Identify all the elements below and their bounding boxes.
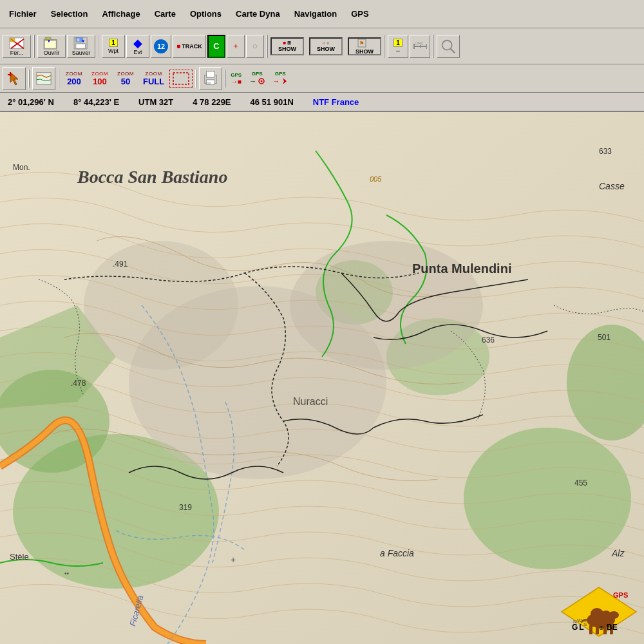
zoom-200[interactable]: ZOOM 200 (62, 67, 86, 90)
search-button[interactable] (437, 35, 460, 58)
svg-text:Casse: Casse (599, 181, 625, 191)
svg-rect-12 (77, 38, 80, 41)
number12-button[interactable]: 12 (151, 35, 171, 58)
svg-rect-27 (173, 73, 189, 84)
cursor-button[interactable] (3, 67, 26, 90)
svg-point-21 (442, 40, 452, 50)
toolbar2: ZOOM 200 ZOOM 100 ZOOM 50 ZOOM FULL ⊞ GP… (0, 64, 644, 93)
svg-text:▼: ▼ (81, 39, 85, 43)
svg-text:GPS: GPS (613, 591, 628, 599)
circle-button[interactable]: ○ (246, 35, 264, 58)
svg-text:••: •• (64, 570, 70, 577)
svg-text:633: 633 (599, 147, 612, 156)
svg-rect-26 (37, 72, 51, 84)
menu-affichage[interactable]: Affichage (95, 6, 146, 21)
show-button1[interactable]: ■⊞ SHOW (270, 37, 304, 55)
svg-text:.478: .478 (71, 379, 86, 388)
ruler-button[interactable]: LINC (410, 35, 430, 58)
svg-text:⚑: ⚑ (359, 41, 364, 46)
svg-text:▼: ▼ (47, 39, 51, 43)
svg-rect-3 (10, 37, 15, 41)
svg-text:+: + (231, 554, 236, 565)
status-bar: 2° 01,296' N 8° 44,223' E UTM 32T 4 78 2… (0, 93, 644, 112)
svg-rect-29 (207, 71, 215, 77)
menu-carte[interactable]: Carte (148, 6, 182, 21)
svg-text:Bocca San Bastiano: Bocca San Bastiano (77, 167, 227, 187)
svg-text:a Faccia: a Faccia (380, 548, 414, 558)
svg-text:Stèle: Stèle (10, 552, 29, 562)
longitude: 8° 44,223' E (73, 97, 119, 107)
svg-text:Mon.: Mon. (13, 163, 30, 172)
evt-label: Evt (133, 49, 142, 55)
zoom-100[interactable]: ZOOM 100 (88, 67, 112, 90)
wpt-label: Wpt (108, 48, 118, 54)
menu-carte-dyna[interactable]: Carte Dyna (229, 6, 287, 21)
svg-text:BE: BE (607, 623, 618, 632)
print-button[interactable]: ⊞ (199, 67, 222, 90)
gps-button1[interactable]: GPS →■ (229, 71, 243, 86)
svg-text:⊕: ⊕ (599, 625, 604, 631)
svg-text:→: → (249, 77, 256, 85)
scale1-button[interactable]: 1 ↔ (388, 35, 408, 58)
gps-button3[interactable]: GPS → (270, 70, 290, 86)
menu-gps[interactable]: GPS (345, 6, 375, 21)
svg-text:LINC: LINC (415, 41, 424, 45)
easting: 4 78 229E (193, 97, 231, 107)
gps-globe-logo: GPS GL ⊕ BE N S W E (560, 586, 638, 638)
menu-navigation[interactable]: Navigation (288, 6, 343, 21)
open-label: Ouvrir (44, 50, 60, 56)
wpt-button[interactable]: 1 Wpt (102, 35, 125, 58)
svg-point-34 (261, 80, 263, 82)
track-button[interactable]: ■ TRACK (173, 35, 206, 58)
svg-rect-73 (589, 625, 592, 634)
close-button[interactable]: Fer... (3, 35, 31, 58)
menu-selection[interactable]: Selection (44, 6, 95, 21)
blue12-icon: 12 (154, 39, 168, 53)
zoom-selection[interactable] (169, 70, 193, 88)
svg-text:→: → (272, 77, 279, 85)
svg-text:.491: .491 (113, 260, 128, 269)
svg-text:Nuracci: Nuracci (293, 396, 328, 407)
datum: NTF France (313, 97, 359, 107)
svg-point-46 (84, 241, 238, 370)
close-label: Fer... (10, 50, 24, 56)
svg-text:⊞: ⊞ (208, 81, 211, 85)
svg-rect-72 (609, 612, 614, 621)
svg-text:455: 455 (574, 478, 587, 488)
open-button[interactable]: ▼ Ouvrir (37, 35, 66, 58)
zoom-50[interactable]: ZOOM 50 (113, 67, 138, 90)
menu-options[interactable]: Options (184, 6, 228, 21)
svg-text:Punta Mulendini: Punta Mulendini (412, 261, 511, 276)
show-button2[interactable]: ○○ SHOW (309, 37, 343, 55)
save-label: Sauver (72, 50, 91, 56)
svg-text:Alz: Alz (611, 548, 625, 558)
map-icon-button[interactable] (32, 67, 55, 90)
svg-line-22 (451, 48, 455, 53)
svg-rect-11 (76, 43, 86, 48)
svg-text:319: 319 (179, 503, 192, 512)
track-c-button[interactable]: C (207, 35, 225, 58)
menu-bar: Fichier Selection Affichage Carte Option… (0, 0, 644, 28)
gps-show-button[interactable]: ⚑ SHOW (348, 37, 381, 55)
latitude: 2° 01,296' N (8, 97, 54, 107)
gps-button2[interactable]: GPS → (247, 70, 267, 86)
menu-fichier[interactable]: Fichier (3, 6, 43, 21)
toolbar1: Fer... ▼ Ouvrir ▼ Sauver 1 Wpt ◆ Evt (0, 28, 644, 64)
save-button[interactable]: ▼ Sauver (67, 35, 95, 58)
map-svg: Bocca San Bastiano Punta Mulendini Nurac… (0, 112, 644, 644)
svg-text:636: 636 (482, 336, 495, 345)
northing: 46 51 901N (251, 97, 294, 107)
svg-text:501: 501 (598, 333, 611, 342)
svg-text:005: 005 (370, 175, 382, 183)
svg-text:W E: W E (577, 618, 587, 623)
zoom-full[interactable]: ZOOM FULL (139, 67, 168, 90)
evt-button[interactable]: ◆ Evt (126, 35, 149, 58)
plus-button[interactable]: + (227, 35, 245, 58)
map-area[interactable]: Bocca San Bastiano Punta Mulendini Nurac… (0, 112, 644, 644)
utm-zone: UTM 32T (138, 97, 173, 107)
